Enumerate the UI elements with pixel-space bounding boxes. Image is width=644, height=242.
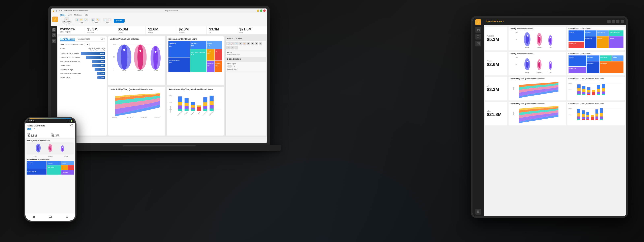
phone-nav[interactable]: USA UK (27, 128, 73, 130)
viz-card-icon[interactable]: ▭ (258, 42, 262, 45)
svg-point-165 (538, 61, 540, 63)
phone-nav-usa[interactable]: USA (27, 128, 31, 130)
svg-rect-104 (204, 106, 208, 109)
svg-text:Processor: Processor (190, 111, 194, 115)
viz-table-icon[interactable]: ▦ (250, 42, 254, 45)
svg-rect-30 (54, 40, 55, 41)
new-page-button[interactable]: 📄 (103, 18, 107, 21)
window-controls[interactable] (257, 10, 266, 12)
publish-button[interactable]: Publish (114, 19, 124, 23)
tablet-search-nav[interactable] (475, 34, 481, 40)
get-data-button[interactable]: 📊 (75, 18, 79, 21)
phone-kpi-usa-value: $21.8M (27, 134, 49, 137)
svg-text:Proseware: Proseware (569, 43, 576, 44)
svg-text:2013 March: 2013 March (209, 111, 214, 116)
phone-star-icon[interactable] (65, 215, 69, 219)
tablet-device: ⚡ Sales Dashboard (471, 16, 628, 218)
tablet-more-icon[interactable] (621, 20, 624, 23)
enter-data-button[interactable]: 📝 (84, 18, 88, 21)
viz-kpi-icon[interactable]: △ (226, 46, 230, 49)
overview-title: OVERVIEW (60, 28, 82, 31)
phone-chart2-label: Sales Amount by Brand Name (26, 158, 74, 160)
viz-matrix-icon[interactable]: ⊞ (254, 42, 258, 45)
laptop-main: OVERVIEW Sales Report $5.3M Australia $5… (51, 26, 267, 143)
ribbon-tab-view[interactable]: View (68, 14, 72, 16)
tablet-home-nav[interactable] (475, 27, 481, 33)
ribbon-tab-help[interactable]: Help (84, 14, 88, 16)
svg-rect-110 (210, 108, 214, 111)
tablet-refresh-icon[interactable] (607, 20, 610, 23)
svg-rect-108 (210, 101, 214, 105)
toggle-off-label: Off (233, 66, 235, 67)
svg-rect-143 (585, 31, 596, 36)
panel-tabs[interactable]: Key influencers Top segments 💬 ↻ (60, 38, 105, 42)
tab-top-segments[interactable]: Top segments (77, 38, 90, 41)
tablet-report-nav[interactable] (475, 41, 481, 46)
svg-rect-212 (602, 84, 605, 88)
phone-status-bar: 10:38 AM ▲ ▲ 🔋 (25, 119, 75, 123)
viz-shape-icon[interactable]: □ (234, 46, 238, 49)
report-overview: OVERVIEW Sales Report (57, 26, 85, 35)
edit-queries-button[interactable]: ✏️ (96, 18, 100, 21)
tab-key-influencers[interactable]: Key influencers (60, 38, 75, 41)
svg-point-42 (139, 50, 142, 52)
search-icon[interactable] (70, 124, 73, 127)
svg-rect-210 (597, 94, 600, 95)
svg-text:Medium: Medium (138, 70, 143, 71)
svg-rect-233 (586, 117, 589, 119)
tablet-chart-usa-alluvial: Units Sold by Year, Quarter and Manufact… (508, 102, 566, 126)
filter-value-dropdown[interactable]: 7 ▾ (84, 43, 90, 46)
svg-text:100: 100 (516, 56, 518, 58)
svg-text:Litware: Litware (610, 38, 614, 39)
svg-text:Adventure Works: Adventure Works (27, 171, 36, 172)
viz-area-icon[interactable]: 📉 (234, 42, 238, 45)
maximize-button[interactable] (260, 10, 262, 12)
viz-pie-icon[interactable]: 🥧 (242, 42, 246, 45)
data-nav-icon[interactable] (52, 33, 56, 37)
copy-button[interactable]: Copy (66, 21, 72, 23)
phone-home-icon[interactable] (32, 215, 36, 219)
cut-button[interactable]: Cut (62, 21, 66, 23)
recent-sources-button[interactable]: 📁 (79, 18, 83, 21)
visual-button[interactable]: 📈 (108, 18, 112, 21)
tablet-filter-icon[interactable] (616, 20, 620, 23)
refresh-button[interactable]: 🔄 (91, 18, 95, 21)
report-header: OVERVIEW Sales Report $5.3M Australia $5… (57, 26, 267, 35)
svg-text:Large: Large (526, 72, 529, 73)
svg-rect-100 (197, 105, 201, 107)
ribbon-tab-home[interactable]: Home (60, 14, 66, 16)
drill-through-section: Cross-report Off Keep all filters (226, 62, 266, 71)
phone-bottom-nav[interactable] (25, 213, 75, 221)
phone-nav-uk[interactable]: UK (33, 128, 36, 130)
model-nav-icon[interactable] (52, 39, 56, 43)
svg-rect-242 (600, 113, 603, 116)
viz-line-icon[interactable]: 📈 (230, 42, 234, 45)
cross-report-toggle[interactable] (227, 65, 232, 68)
ribbon-tab-modeling[interactable]: Modeling (74, 14, 82, 16)
paste-button[interactable]: 📋 (64, 17, 69, 20)
svg-rect-86 (178, 102, 182, 105)
phone-chat-icon[interactable] (48, 215, 52, 219)
tablet-content: Sales Dashboard Australia $5.3M (484, 18, 626, 216)
tablet-share-icon[interactable] (612, 20, 615, 23)
svg-text:Contoso: Contoso (569, 57, 574, 58)
svg-point-131 (526, 35, 528, 37)
svg-text:Northw...: Northw... (216, 63, 220, 64)
viz-slicer-icon[interactable]: ≡ (230, 46, 234, 49)
svg-text:Fabrikam: Fabrikam (191, 43, 197, 45)
ribbon-tabs[interactable]: Home View Modeling Help (60, 14, 124, 16)
svg-rect-241 (600, 108, 603, 113)
minimize-button[interactable] (257, 10, 259, 12)
svg-rect-125 (477, 212, 478, 213)
svg-text:$1M: $1M (191, 54, 194, 56)
viz-bar-icon[interactable]: 📊 (226, 42, 230, 45)
viz-scatter-icon[interactable]: ⚬ (238, 42, 242, 45)
report-charts: Units by Product and Sale Size 100 50 0 (108, 36, 224, 136)
close-button[interactable] (263, 10, 266, 12)
report-nav-icon[interactable] (52, 28, 56, 32)
svg-rect-229 (582, 117, 585, 119)
viz-map-icon[interactable]: 🗺 (246, 42, 250, 45)
metric-canada-label: Canada (118, 32, 143, 33)
svg-text:Proseware: Proseware (208, 63, 214, 64)
tablet-apps-nav[interactable] (475, 209, 481, 215)
